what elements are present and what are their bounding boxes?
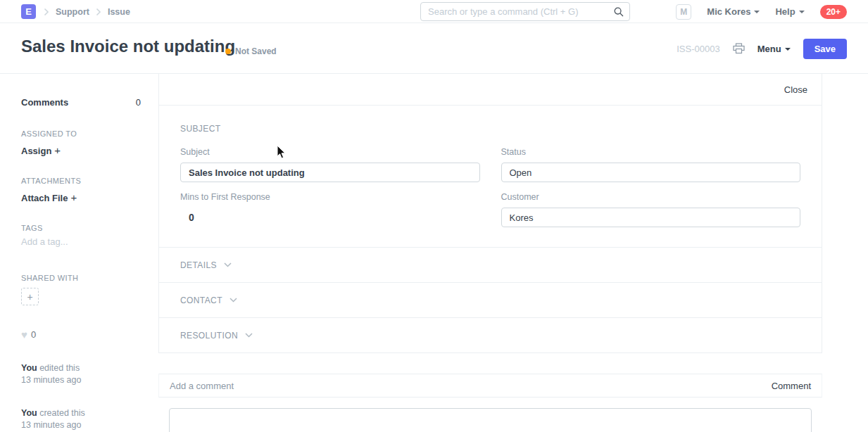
field-mins-to-first-response: Mins to First Response 0 bbox=[180, 192, 480, 227]
comments-count: 0 bbox=[136, 97, 141, 108]
add-tag-input[interactable]: Add a tag... bbox=[21, 236, 141, 247]
menu-dropdown[interactable]: Menu bbox=[757, 44, 791, 54]
like-count: 0 bbox=[31, 329, 36, 340]
like-section: ♥ 0 bbox=[21, 329, 141, 340]
history-who: You bbox=[21, 363, 37, 373]
section-subject: SUBJECT Subject Status Mins to First Res… bbox=[159, 106, 822, 247]
add-comment-label: Add a comment bbox=[170, 381, 234, 391]
heart-icon[interactable]: ♥ bbox=[21, 329, 27, 340]
mins-field-value: 0 bbox=[180, 208, 480, 223]
assign-button[interactable]: Assign+ bbox=[21, 144, 141, 156]
page-header: Sales Invoice not updating Not Saved ISS… bbox=[0, 23, 868, 74]
attach-file-button[interactable]: Attach File+ bbox=[21, 191, 141, 203]
field-subject: Subject bbox=[180, 147, 480, 182]
save-status-text: Not Saved bbox=[235, 46, 277, 56]
comment-input[interactable] bbox=[169, 408, 812, 432]
section-details-toggle[interactable]: DETAILS bbox=[159, 247, 822, 282]
customer-input[interactable] bbox=[501, 208, 801, 227]
section-contact-toggle[interactable]: CONTACT bbox=[159, 282, 822, 317]
user-menu[interactable]: Mic Kores bbox=[707, 6, 760, 17]
global-search bbox=[420, 2, 630, 21]
share-add-wrap: + bbox=[21, 288, 141, 305]
menu-label: Menu bbox=[757, 44, 781, 54]
field-grid: Subject Status Mins to First Response 0 … bbox=[180, 147, 800, 227]
status-dot-icon bbox=[225, 49, 231, 54]
plus-icon: + bbox=[27, 291, 32, 303]
status-input[interactable] bbox=[501, 163, 801, 182]
history-action: created this bbox=[37, 408, 85, 418]
section-resolution-toggle[interactable]: RESOLUTION bbox=[159, 317, 822, 352]
attach-file-label: Attach File bbox=[21, 193, 68, 203]
assign-label: Assign bbox=[21, 146, 51, 156]
document-id: ISS-00003 bbox=[677, 44, 719, 54]
status-field-label: Status bbox=[501, 147, 801, 157]
chevron-right-icon bbox=[44, 8, 49, 16]
navbar: E Support Issue M Mic Kores Help 20+ bbox=[0, 0, 868, 23]
shared-with-heading: SHARED WITH bbox=[21, 274, 141, 282]
avatar[interactable]: M bbox=[676, 4, 691, 20]
assigned-to-heading: ASSIGNED TO bbox=[21, 129, 141, 138]
user-name: Mic Kores bbox=[707, 6, 750, 17]
chevron-down-icon bbox=[245, 333, 253, 338]
attachments-heading: ATTACHMENTS bbox=[21, 177, 141, 185]
section-resolution-label: RESOLUTION bbox=[180, 331, 238, 341]
breadcrumb-support[interactable]: Support bbox=[56, 7, 89, 17]
save-status-indicator: Not Saved bbox=[225, 46, 277, 56]
chevron-down-icon bbox=[229, 298, 237, 303]
plus-icon: + bbox=[70, 191, 77, 203]
caret-down-icon bbox=[785, 48, 791, 51]
search-input[interactable] bbox=[420, 2, 630, 21]
tags-heading: TAGS bbox=[21, 224, 141, 232]
navbar-right: M Mic Kores Help 20+ bbox=[676, 0, 847, 23]
subject-field-label: Subject bbox=[180, 147, 480, 157]
breadcrumb-issue[interactable]: Issue bbox=[108, 7, 130, 17]
section-subject-label: SUBJECT bbox=[180, 124, 800, 134]
customer-field-label: Customer bbox=[501, 192, 801, 202]
chevron-right-icon bbox=[96, 8, 101, 16]
subject-input[interactable] bbox=[180, 163, 480, 182]
form-card: Close SUBJECT Subject Status Mins to Fir… bbox=[158, 74, 822, 353]
app-logo-letter: E bbox=[25, 6, 32, 17]
print-icon[interactable] bbox=[733, 43, 745, 54]
history-when: 13 minutes ago bbox=[21, 420, 81, 430]
plus-icon: + bbox=[54, 144, 61, 156]
history-created: You created this 13 minutes ago bbox=[21, 407, 141, 431]
comment-toolbar: Add a comment Comment bbox=[158, 374, 822, 398]
notification-badge[interactable]: 20+ bbox=[820, 5, 847, 19]
help-label: Help bbox=[775, 6, 795, 17]
history-who: You bbox=[21, 408, 37, 418]
help-menu[interactable]: Help bbox=[775, 6, 804, 17]
field-status: Status bbox=[501, 147, 801, 182]
form-sidebar: Comments 0 ASSIGNED TO Assign+ ATTACHMEN… bbox=[0, 74, 158, 432]
section-contact-label: CONTACT bbox=[180, 296, 222, 305]
comments-summary[interactable]: Comments 0 bbox=[21, 97, 141, 108]
section-details-label: DETAILS bbox=[180, 260, 217, 270]
page-header-actions: ISS-00003 Menu Save bbox=[677, 23, 847, 74]
field-customer: Customer bbox=[501, 192, 801, 227]
comment-button[interactable]: Comment bbox=[772, 381, 811, 391]
app-logo[interactable]: E bbox=[21, 4, 36, 19]
page-title: Sales Invoice not updating bbox=[21, 37, 235, 56]
caret-down-icon bbox=[754, 11, 760, 13]
app-screen: E Support Issue M Mic Kores Help 20+ bbox=[0, 0, 868, 432]
history-action: edited this bbox=[37, 363, 80, 373]
save-button[interactable]: Save bbox=[803, 39, 847, 59]
search-icon[interactable] bbox=[614, 7, 624, 20]
close-button[interactable]: Close bbox=[784, 84, 807, 95]
add-share-button[interactable]: + bbox=[21, 288, 39, 305]
breadcrumb: Support Issue bbox=[44, 0, 130, 23]
comments-label: Comments bbox=[21, 97, 68, 108]
avatar-letter: M bbox=[680, 7, 687, 17]
mins-field-label: Mins to First Response bbox=[180, 192, 480, 202]
form-toolbar: Close bbox=[159, 74, 822, 106]
history-edited: You edited this 13 minutes ago bbox=[21, 362, 141, 386]
chevron-down-icon bbox=[224, 262, 232, 267]
caret-down-icon bbox=[799, 11, 805, 13]
history-when: 13 minutes ago bbox=[21, 375, 81, 385]
